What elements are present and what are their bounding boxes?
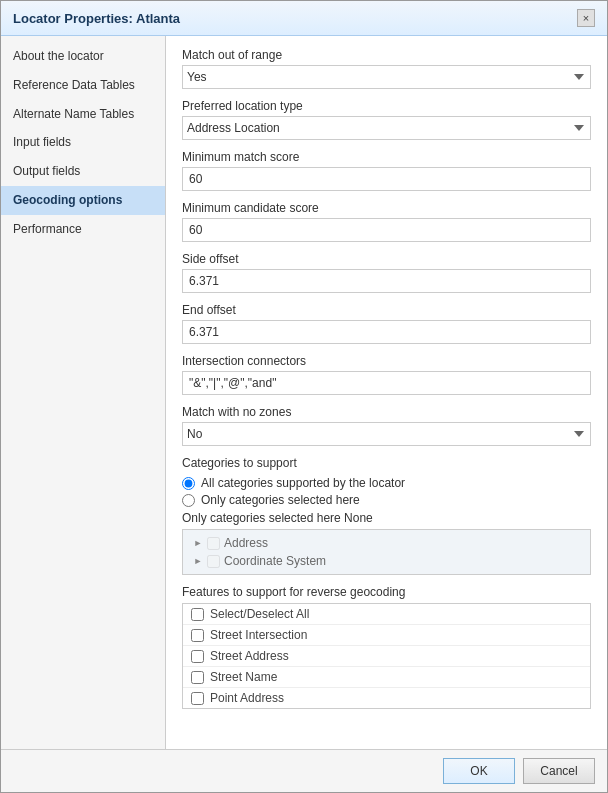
radio-only-categories[interactable]: Only categories selected here bbox=[182, 493, 591, 507]
min-candidate-score-group: Minimum candidate score 60 bbox=[182, 201, 591, 242]
radio-only-input[interactable] bbox=[182, 494, 195, 507]
min-match-score-input[interactable]: 60 bbox=[182, 167, 591, 191]
side-offset-group: Side offset 6.371 bbox=[182, 252, 591, 293]
tree-label-coordinate: Coordinate System bbox=[224, 554, 326, 568]
reverse-geo-label-street-name: Street Name bbox=[210, 670, 277, 684]
radio-all-categories[interactable]: All categories supported by the locator bbox=[182, 476, 591, 490]
close-icon: × bbox=[583, 12, 589, 24]
reverse-geo-check-street-name[interactable] bbox=[191, 671, 204, 684]
sidebar-item-about[interactable]: About the locator bbox=[1, 42, 165, 71]
match-no-zones-group: Match with no zones No Yes bbox=[182, 405, 591, 446]
reverse-geocoding-box: Select/Deselect All Street Intersection … bbox=[182, 603, 591, 709]
sidebar-item-geocoding[interactable]: Geocoding options bbox=[1, 186, 165, 215]
ok-button[interactable]: OK bbox=[443, 758, 515, 784]
radio-all-label: All categories supported by the locator bbox=[201, 476, 405, 490]
reverse-geo-label-street-intersection: Street Intersection bbox=[210, 628, 307, 642]
reverse-geocoding-group: Features to support for reverse geocodin… bbox=[182, 585, 591, 709]
reverse-geo-label-point-address: Point Address bbox=[210, 691, 284, 705]
radio-group-categories: All categories supported by the locator … bbox=[182, 476, 591, 507]
tree-check-address[interactable] bbox=[207, 537, 220, 550]
sidebar-item-reference[interactable]: Reference Data Tables bbox=[1, 71, 165, 100]
dialog-footer: OK Cancel bbox=[1, 749, 607, 792]
sidebar-item-alternate[interactable]: Alternate Name Tables bbox=[1, 100, 165, 129]
tree-arrow-coordinate[interactable]: ► bbox=[191, 554, 205, 568]
match-out-of-range-label: Match out of range bbox=[182, 48, 591, 62]
reverse-geo-item-street-intersection: Street Intersection bbox=[183, 625, 590, 646]
reverse-geo-label-select-all: Select/Deselect All bbox=[210, 607, 309, 621]
dialog-title: Locator Properties: Atlanta bbox=[13, 11, 180, 26]
reverse-geo-item-street-address: Street Address bbox=[183, 646, 590, 667]
match-no-zones-select[interactable]: No Yes bbox=[182, 422, 591, 446]
only-categories-label: Only categories selected here None bbox=[182, 511, 591, 525]
sidebar-item-performance[interactable]: Performance bbox=[1, 215, 165, 244]
reverse-geo-check-point-address[interactable] bbox=[191, 692, 204, 705]
tree-check-coordinate[interactable] bbox=[207, 555, 220, 568]
end-offset-group: End offset 6.371 bbox=[182, 303, 591, 344]
reverse-geo-check-street-intersection[interactable] bbox=[191, 629, 204, 642]
title-bar: Locator Properties: Atlanta × bbox=[1, 1, 607, 36]
locator-properties-dialog: Locator Properties: Atlanta × About the … bbox=[0, 0, 608, 793]
tree-item-address: ► Address bbox=[191, 534, 582, 552]
preferred-location-type-select[interactable]: Address Location Routing Location bbox=[182, 116, 591, 140]
reverse-geo-item-point-address: Point Address bbox=[183, 688, 590, 708]
intersection-connectors-label: Intersection connectors bbox=[182, 354, 591, 368]
side-offset-label: Side offset bbox=[182, 252, 591, 266]
reverse-geo-check-select-all[interactable] bbox=[191, 608, 204, 621]
sidebar-item-input[interactable]: Input fields bbox=[1, 128, 165, 157]
categories-group: Categories to support All categories sup… bbox=[182, 456, 591, 575]
sidebar: About the locatorReference Data TablesAl… bbox=[1, 36, 166, 749]
close-button[interactable]: × bbox=[577, 9, 595, 27]
match-no-zones-label: Match with no zones bbox=[182, 405, 591, 419]
match-out-of-range-select[interactable]: Yes No bbox=[182, 65, 591, 89]
end-offset-label: End offset bbox=[182, 303, 591, 317]
tree-arrow-address[interactable]: ► bbox=[191, 536, 205, 550]
end-offset-input[interactable]: 6.371 bbox=[182, 320, 591, 344]
categories-section-label: Categories to support bbox=[182, 456, 591, 470]
radio-only-label: Only categories selected here bbox=[201, 493, 360, 507]
min-match-score-group: Minimum match score 60 bbox=[182, 150, 591, 191]
cancel-button[interactable]: Cancel bbox=[523, 758, 595, 784]
reverse-geo-label-street-address: Street Address bbox=[210, 649, 289, 663]
dialog-body: About the locatorReference Data TablesAl… bbox=[1, 36, 607, 749]
reverse-geo-item-select-all: Select/Deselect All bbox=[183, 604, 590, 625]
reverse-geo-check-street-address[interactable] bbox=[191, 650, 204, 663]
intersection-connectors-input[interactable]: "&","|","@","and" bbox=[182, 371, 591, 395]
min-match-score-label: Minimum match score bbox=[182, 150, 591, 164]
side-offset-input[interactable]: 6.371 bbox=[182, 269, 591, 293]
categories-tree-box: ► Address ► Coordinate System bbox=[182, 529, 591, 575]
match-out-of-range-group: Match out of range Yes No bbox=[182, 48, 591, 89]
radio-all-input[interactable] bbox=[182, 477, 195, 490]
min-candidate-score-input[interactable]: 60 bbox=[182, 218, 591, 242]
reverse-geo-item-street-name: Street Name bbox=[183, 667, 590, 688]
min-candidate-score-label: Minimum candidate score bbox=[182, 201, 591, 215]
tree-label-address: Address bbox=[224, 536, 268, 550]
reverse-geocoding-label: Features to support for reverse geocodin… bbox=[182, 585, 591, 599]
main-content: Match out of range Yes No Preferred loca… bbox=[166, 36, 607, 749]
tree-item-coordinate: ► Coordinate System bbox=[191, 552, 582, 570]
sidebar-item-output[interactable]: Output fields bbox=[1, 157, 165, 186]
intersection-connectors-group: Intersection connectors "&","|","@","and… bbox=[182, 354, 591, 395]
preferred-location-type-group: Preferred location type Address Location… bbox=[182, 99, 591, 140]
preferred-location-type-label: Preferred location type bbox=[182, 99, 591, 113]
